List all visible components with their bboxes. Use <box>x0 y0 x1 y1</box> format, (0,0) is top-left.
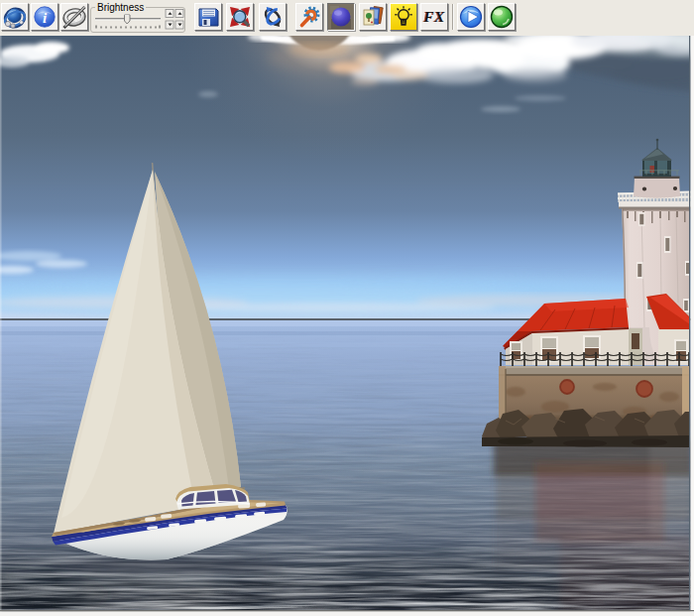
svg-text:FX: FX <box>422 8 445 25</box>
